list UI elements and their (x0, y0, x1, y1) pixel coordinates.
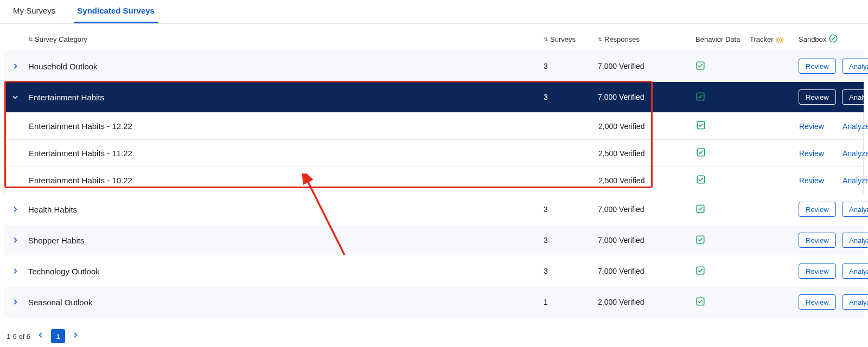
col-label: Surveys (550, 35, 576, 43)
col-behavior-data: Behavior Data (695, 35, 750, 43)
chevron-right-icon[interactable] (9, 62, 22, 70)
category-row-expanded[interactable]: Entertainment Habits 3 7,000 Verified Re… (4, 81, 864, 112)
category-row[interactable]: Seasonal Outlook 1 2,000 Verified Review… (4, 286, 864, 317)
chevron-right-icon[interactable] (9, 298, 22, 306)
col-tracker: Tracker ((•)) (750, 35, 799, 43)
sort-icon: ⇅ (544, 37, 548, 42)
category-name: Technology Outlook (28, 267, 544, 276)
chevron-right-icon[interactable] (9, 236, 22, 244)
behavior-check (696, 120, 750, 132)
pager-next[interactable] (71, 331, 80, 341)
category-name: Household Outlook (28, 62, 544, 71)
chevron-down-icon[interactable] (9, 93, 22, 101)
category-name: Shopper Habits (28, 236, 544, 245)
category-row[interactable]: Technology Outlook 3 7,000 Verified Revi… (4, 255, 864, 286)
col-survey-category[interactable]: ⇅ Survey Category (28, 35, 544, 43)
analyze-button[interactable]: Analyze (842, 59, 868, 74)
analyze-button[interactable]: Analyze (842, 294, 868, 310)
category-name: Seasonal Outlook (28, 298, 544, 307)
survey-name: Entertainment Habits - 10.22 (29, 176, 544, 185)
category-row[interactable]: Health Habits 3 7,000 Verified Review An… (4, 194, 864, 224)
tab-my-surveys[interactable]: My Surveys (10, 6, 59, 23)
chevron-right-icon[interactable] (9, 267, 22, 275)
behavior-check (695, 204, 750, 215)
behavior-check (695, 61, 750, 72)
col-label: Tracker (750, 35, 774, 43)
behavior-check (695, 297, 750, 308)
category-row[interactable]: Shopper Habits 3 7,000 Verified Review A… (4, 224, 864, 255)
top-tabs: My Surveys Syndicated Surveys (0, 0, 868, 24)
survey-table: ⇅ Survey Category ⇅ Surveys ⇅ Responses … (0, 24, 868, 347)
col-surveys[interactable]: ⇅ Surveys (544, 35, 598, 43)
survey-row[interactable]: Entertainment Habits - 10.22 2,500 Verif… (5, 166, 863, 194)
responses-count: 2,500 Verified (598, 176, 696, 185)
sub-rows: Entertainment Habits - 12.22 2,000 Verif… (4, 112, 864, 194)
review-button[interactable]: Review (799, 202, 836, 217)
survey-name: Entertainment Habits - 11.22 (29, 149, 544, 158)
responses-count: 2,500 Verified (598, 149, 696, 158)
pagination: 1-6 of 6 1 (4, 317, 864, 347)
behavior-check (695, 235, 750, 246)
review-button[interactable]: Review (799, 149, 824, 158)
review-button[interactable]: Review (799, 122, 824, 131)
analyze-button[interactable]: Analyze (843, 149, 868, 158)
behavior-check (695, 266, 750, 277)
check-circle-icon (828, 34, 838, 45)
surveys-count: 3 (544, 267, 598, 275)
survey-row[interactable]: Entertainment Habits - 11.22 2,500 Verif… (5, 139, 863, 166)
analyze-button[interactable]: Analyze (842, 89, 868, 105)
review-button[interactable]: Review (799, 294, 836, 310)
table-header: ⇅ Survey Category ⇅ Surveys ⇅ Responses … (4, 28, 864, 50)
surveys-count: 1 (544, 298, 598, 306)
analyze-button[interactable]: Analyze (843, 122, 868, 131)
survey-name: Entertainment Habits - 12.22 (29, 121, 544, 131)
broadcast-icon: ((•)) (776, 36, 783, 43)
col-sandbox: Sandbox (799, 34, 842, 45)
chevron-right-icon[interactable] (9, 205, 22, 213)
review-button[interactable]: Review (799, 176, 824, 185)
pager-range: 1-6 of 6 (7, 332, 30, 340)
responses-count: 2,000 Verified (598, 122, 696, 131)
analyze-button[interactable]: Analyze (843, 176, 868, 185)
analyze-button[interactable]: Analyze (842, 233, 868, 248)
responses-count: 7,000 Verified (598, 205, 695, 214)
review-button[interactable]: Review (799, 233, 836, 248)
review-button[interactable]: Review (799, 264, 836, 279)
category-name: Health Habits (28, 205, 544, 214)
surveys-count: 3 (544, 236, 598, 245)
responses-count: 7,000 Verified (598, 267, 695, 275)
col-label: Survey Category (35, 35, 87, 43)
review-button[interactable]: Review (799, 59, 836, 74)
pager-page-current[interactable]: 1 (51, 329, 65, 343)
responses-count: 2,000 Verified (598, 298, 695, 306)
survey-row[interactable]: Entertainment Habits - 12.22 2,000 Verif… (5, 112, 863, 139)
surveys-count: 3 (544, 93, 598, 101)
category-name: Entertainment Habits (28, 93, 544, 102)
analyze-button[interactable]: Analyze (842, 264, 868, 279)
behavior-check (695, 92, 750, 103)
sort-icon: ⇅ (28, 37, 33, 42)
col-responses[interactable]: ⇅ Responses (598, 35, 695, 43)
analyze-button[interactable]: Analyze (842, 202, 868, 217)
review-button[interactable]: Review (799, 89, 836, 105)
behavior-check (696, 175, 750, 186)
col-label: Responses (604, 35, 640, 43)
tab-syndicated-surveys[interactable]: Syndicated Surveys (74, 6, 158, 23)
col-label: Sandbox (799, 35, 826, 43)
pager-prev[interactable] (36, 331, 46, 341)
sort-icon: ⇅ (598, 37, 602, 42)
responses-count: 7,000 Verified (598, 62, 695, 70)
responses-count: 7,000 Verified (598, 236, 695, 245)
behavior-check (696, 147, 750, 159)
surveys-count: 3 (544, 62, 598, 70)
surveys-count: 3 (544, 205, 598, 214)
responses-count: 7,000 Verified (598, 93, 695, 101)
category-row[interactable]: Household Outlook 3 7,000 Verified Revie… (4, 50, 864, 81)
